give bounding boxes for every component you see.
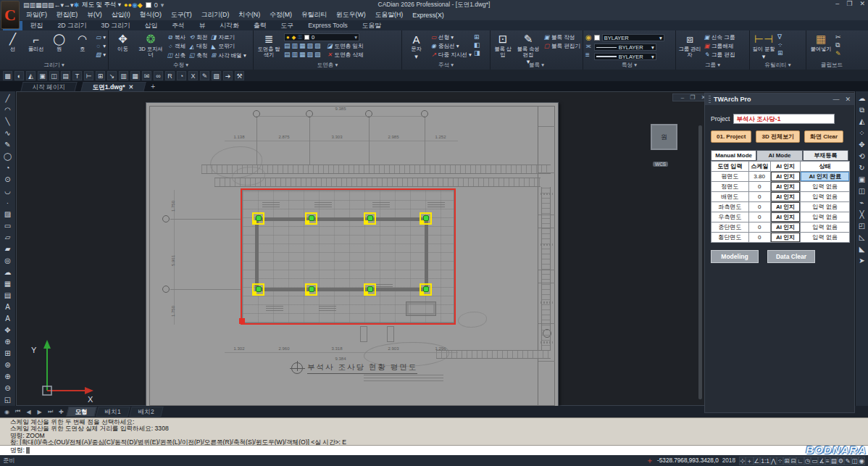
ribbon-tab-express-tools[interactable]: Express Tools bbox=[301, 21, 354, 30]
prev-layout-button[interactable]: ◀ bbox=[24, 409, 33, 415]
drawing-type-cell[interactable]: 종단면도 bbox=[711, 222, 749, 233]
menu-view[interactable]: 뷰(V) bbox=[87, 11, 102, 20]
workspace-switch-icon[interactable]: ◫ bbox=[851, 457, 859, 465]
image-icon[interactable]: ▤ bbox=[61, 71, 70, 80]
cadian-logo[interactable]: C bbox=[1, 1, 20, 29]
annotation-icon[interactable]: ✎ bbox=[844, 457, 851, 465]
isodraft-icon[interactable]: ⋀ bbox=[770, 457, 777, 465]
block-create-button[interactable]: ▣블록 작성 bbox=[543, 33, 580, 41]
new-file-icon[interactable]: ▤ bbox=[23, 1, 30, 9]
grid-icon[interactable]: ⊞ bbox=[783, 457, 790, 465]
light-icon[interactable]: ◐ bbox=[14, 71, 24, 80]
line-button[interactable]: ╱선 bbox=[2, 31, 23, 61]
mirror-button[interactable]: ◭대칭 bbox=[188, 43, 207, 51]
mleader-style-icon[interactable]: ↘ bbox=[107, 71, 117, 80]
point-icon[interactable]: ∙ bbox=[2, 197, 14, 208]
publish-icon[interactable]: ▦ bbox=[130, 71, 140, 80]
ribbon-tab-2d-draw[interactable]: 2D 그리기 bbox=[51, 21, 93, 30]
view-3d-button[interactable]: 3D 전체보기 bbox=[756, 130, 799, 143]
twarch-minimize-button[interactable]: — bbox=[832, 96, 839, 103]
scale-cell[interactable]: 0 bbox=[748, 202, 770, 212]
move2-icon[interactable]: ✥ bbox=[856, 139, 868, 150]
spline-icon[interactable]: ∿ bbox=[2, 128, 14, 138]
ai-recognize-button[interactable]: AI 인지 bbox=[770, 182, 801, 192]
command-input[interactable]: 명령: bbox=[0, 445, 868, 455]
ai-recognize-button[interactable]: AI 인지 bbox=[770, 192, 801, 202]
workspace-gear-icon[interactable]: ✱ bbox=[74, 1, 80, 9]
ribbon-tab-insert[interactable]: 삽입 bbox=[138, 21, 164, 30]
camera-icon[interactable]: ◫ bbox=[49, 71, 59, 80]
zoom-out-icon[interactable]: ⊖ bbox=[2, 383, 14, 394]
osnap-icon[interactable]: ⁘ bbox=[777, 457, 783, 465]
chamfer-icon[interactable]: ◺ bbox=[856, 232, 868, 243]
restore-button[interactable]: ❐ bbox=[846, 0, 852, 7]
gear-icon[interactable]: ⚙ bbox=[838, 457, 845, 465]
block-editor-button[interactable]: ▢블록 편집기 bbox=[543, 42, 580, 50]
arc-icon[interactable]: ◠ bbox=[2, 104, 14, 115]
menu-tools[interactable]: 도구(T) bbox=[171, 11, 192, 20]
export-icon[interactable]: ➔ bbox=[223, 71, 233, 80]
line-icon[interactable]: ╱ bbox=[2, 93, 14, 104]
group-label-block[interactable]: 블록 ▾ bbox=[491, 62, 583, 70]
annotation-tool-icon[interactable]: ◧ bbox=[474, 41, 480, 49]
tab-manual-mode[interactable]: Manual Mode bbox=[711, 150, 756, 161]
project-input[interactable]: 부석사 조사당-1 bbox=[733, 114, 835, 124]
settings-icon[interactable]: ⚒ bbox=[235, 71, 244, 80]
hatch-icon[interactable]: ▨ bbox=[2, 209, 14, 220]
region-icon[interactable]: ▤ bbox=[2, 290, 14, 301]
minimize-button[interactable]: – bbox=[835, 0, 839, 7]
tab-layout2[interactable]: 배치2 bbox=[129, 407, 163, 417]
user-icon[interactable]: ◉ bbox=[859, 457, 865, 465]
drawing-type-cell[interactable]: 좌측면도 bbox=[711, 202, 749, 212]
layer-explorer-button[interactable]: ≣도면층 탐색기 bbox=[256, 31, 282, 61]
group-label-group[interactable]: 그룹 ▾ bbox=[676, 62, 749, 70]
lineweight-icon[interactable]: ≡ bbox=[585, 51, 592, 59]
ribbon-tab-tools[interactable]: 도구 bbox=[275, 21, 301, 30]
menu-file[interactable]: 파일(F) bbox=[26, 11, 47, 20]
excel-import-icon[interactable]: X bbox=[188, 71, 198, 80]
measure-button[interactable]: ⊢⊣길이 분할 ▾ bbox=[752, 31, 775, 61]
wcs-label[interactable]: WCS bbox=[653, 162, 668, 167]
tab-drawing1[interactable]: 도면1.dwg* ✕ bbox=[81, 82, 146, 91]
close-button[interactable]: ✕ bbox=[859, 0, 865, 7]
scale-cell[interactable]: 3.80 bbox=[748, 172, 770, 182]
ai-recognize-button[interactable]: AI 인지 bbox=[770, 172, 801, 182]
group-label-draw[interactable]: 그리기 ▾ bbox=[0, 62, 108, 70]
image-attach-icon[interactable]: ▧ bbox=[212, 71, 221, 80]
next-layout-button[interactable]: ▶ bbox=[35, 409, 44, 415]
menu-window[interactable]: 윈도우(W) bbox=[336, 11, 366, 20]
screen-clear-button[interactable]: 화면 Clear bbox=[804, 130, 843, 143]
rotate2-icon[interactable]: ⟲ bbox=[856, 151, 868, 162]
arc-button[interactable]: ◠호 bbox=[72, 31, 93, 61]
ribbon-tab-annotate[interactable]: 주석 bbox=[165, 21, 191, 30]
ribbon-tab-help[interactable]: 도움말 bbox=[356, 21, 388, 30]
grid-snap-icon[interactable]: ＋ bbox=[746, 457, 754, 465]
open-file-icon[interactable]: ▥ bbox=[30, 1, 36, 9]
edit-sheet-icon[interactable]: ✎ bbox=[200, 71, 209, 80]
group-label-layer[interactable]: 도면층 ▾ bbox=[254, 62, 401, 70]
text-button[interactable]: A문자 ▾ bbox=[404, 31, 428, 61]
stretch2-icon[interactable]: ▣ bbox=[856, 174, 868, 185]
tab-start-page[interactable]: 시작 페이지 bbox=[20, 82, 78, 91]
array-button[interactable]: ⊞사각 배열 ▾ bbox=[210, 51, 246, 59]
model-space-icon[interactable]: ◉ bbox=[2, 409, 12, 415]
group-label-utility[interactable]: 유틸리티 ▾ bbox=[750, 62, 806, 70]
table-icon[interactable]: ⊞ bbox=[474, 33, 480, 41]
sketch-icon[interactable]: ✎ bbox=[2, 139, 14, 150]
copy-button[interactable]: ⧉복사 bbox=[167, 33, 185, 41]
stretch-button[interactable]: ◫신축 bbox=[167, 51, 185, 59]
lineweight-icon[interactable]: ≡ bbox=[825, 457, 830, 465]
cut-icon[interactable]: ✂ bbox=[835, 33, 841, 41]
arc-start-icon[interactable]: ◡ bbox=[2, 186, 14, 196]
drawing-type-cell[interactable]: 횡단면도 bbox=[711, 233, 749, 243]
refresh-icon[interactable]: ↻ bbox=[856, 162, 868, 173]
pan-icon[interactable]: ✥ bbox=[2, 325, 14, 336]
drawing-type-cell[interactable]: 평면도 bbox=[711, 172, 749, 182]
revcloud-icon[interactable]: ☁ bbox=[2, 267, 14, 278]
breakline-icon[interactable]: ⌁ bbox=[856, 197, 868, 208]
menu-edit[interactable]: 편집(E) bbox=[57, 11, 78, 20]
canvas-scrollbar[interactable] bbox=[698, 125, 702, 399]
donut-icon[interactable]: ◎ bbox=[2, 255, 14, 266]
render-icon[interactable]: ▩ bbox=[3, 71, 12, 80]
redo-icon[interactable]: → bbox=[64, 1, 70, 9]
